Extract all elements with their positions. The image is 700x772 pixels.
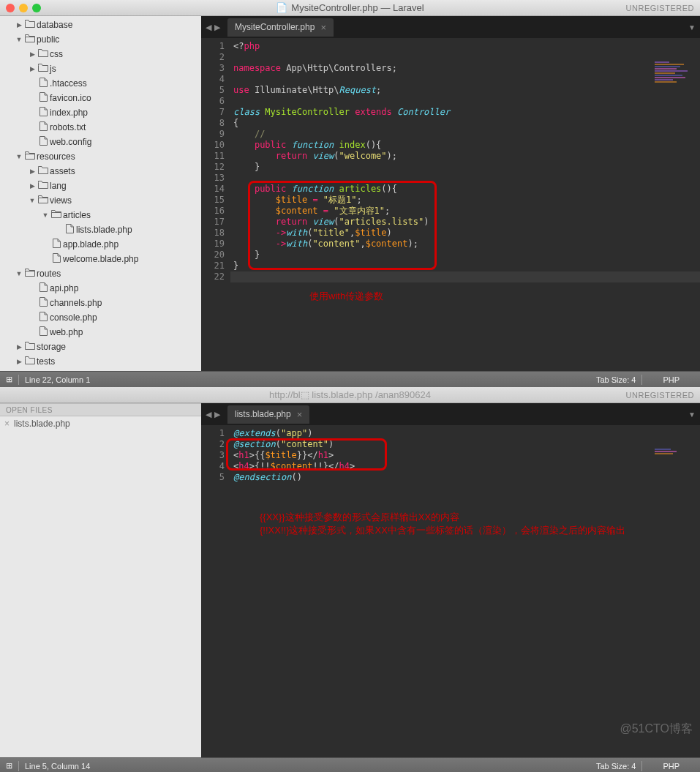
tree-item-routes[interactable]: ▼routes <box>0 266 201 281</box>
code-line[interactable]: public function articles(){ <box>230 184 700 195</box>
tree-item-channels-php[interactable]: ▶channels.php <box>0 296 201 310</box>
code-line[interactable] <box>230 96 700 107</box>
disclosure-arrow-icon[interactable]: ▼ <box>15 36 23 43</box>
tab-mysitecontroller[interactable]: MysiteController.php × <box>227 18 334 37</box>
tab-lists-blade[interactable]: lists.blade.php × <box>227 405 309 424</box>
code-line[interactable]: return view("articles.lists") <box>230 217 700 228</box>
code-line[interactable]: @section("content") <box>230 439 700 450</box>
nav-forward-icon[interactable]: ▶ <box>214 410 220 419</box>
nav-back-icon[interactable]: ◀ <box>206 23 211 32</box>
tree-item-css[interactable]: ▶css <box>0 47 201 61</box>
disclosure-arrow-icon[interactable]: ▼ <box>15 270 23 277</box>
disclosure-arrow-icon[interactable]: ▼ <box>41 211 50 219</box>
file-icon <box>63 224 76 236</box>
tree-item-views[interactable]: ▼views <box>0 193 201 208</box>
close-window-icon[interactable] <box>6 4 15 12</box>
tree-item-database[interactable]: ▶database <box>0 18 201 32</box>
code-line[interactable]: // <box>230 129 700 140</box>
window-title: 📄 MysiteController.php — Laravel <box>276 2 424 13</box>
code-area[interactable]: 12345678910111213141516171819202122 <?ph… <box>201 38 700 371</box>
code-line[interactable] <box>230 52 700 63</box>
disclosure-arrow-icon[interactable]: ▶ <box>15 358 23 365</box>
file-icon <box>37 312 50 323</box>
close-icon[interactable]: × <box>297 409 303 420</box>
file-icon <box>50 253 63 265</box>
grid-icon[interactable]: ⊞ <box>6 761 12 771</box>
minimize-window-icon[interactable] <box>19 4 28 12</box>
code-line[interactable] <box>230 74 700 85</box>
sidebar[interactable]: ▶database▼public▶css▶js▶.htaccess▶favico… <box>0 16 201 371</box>
tree-item-articles[interactable]: ▼articles <box>0 208 201 222</box>
code-content-2[interactable]: @extends("app")@section("content")<h1>{{… <box>230 425 700 757</box>
tree-item-welcome-blade-php[interactable]: ▶welcome.blade.php <box>0 252 201 266</box>
tree-item-api-php[interactable]: ▶api.php <box>0 281 201 296</box>
tab-dropdown-icon[interactable]: ▼ <box>688 23 696 31</box>
code-line[interactable] <box>230 173 700 184</box>
code-line[interactable]: use Illuminate\Http\Request; <box>230 85 700 96</box>
tree-item-robots-txt[interactable]: ▶robots.txt <box>0 120 201 135</box>
code-line[interactable]: <h4>{!!$content!!}</h4> <box>230 461 700 472</box>
code-line[interactable]: } <box>230 162 700 173</box>
code-line[interactable]: @extends("app") <box>230 428 700 439</box>
tab-bar-2: ◀ ▶ lists.blade.php × ▼ <box>201 403 700 425</box>
code-line[interactable]: } <box>230 261 700 271</box>
code-line[interactable]: $content = "文章内容1"; <box>230 206 700 217</box>
folder-icon <box>37 64 50 74</box>
tree-item-public[interactable]: ▼public <box>0 32 201 47</box>
tree-item-web-php[interactable]: ▶web.php <box>0 325 201 340</box>
code-line[interactable]: ->with("title",$title) <box>230 228 700 239</box>
code-line[interactable]: ->with("content",$content); <box>230 239 700 250</box>
code-content[interactable]: <?phpnamespace App\Http\Controllers;use … <box>230 38 700 371</box>
close-icon[interactable]: × <box>4 419 10 429</box>
nav-forward-icon[interactable]: ▶ <box>214 23 220 32</box>
disclosure-arrow-icon[interactable]: ▶ <box>28 50 37 58</box>
tree-label: lang <box>50 181 67 191</box>
code-line[interactable]: @endsection() <box>230 472 700 483</box>
tree-item-web-config[interactable]: ▶web.config <box>0 135 201 149</box>
tree-item-lists-blade-php[interactable]: ▶lists.blade.php <box>0 222 201 237</box>
disclosure-arrow-icon[interactable]: ▶ <box>28 168 37 175</box>
code-line[interactable]: <?php <box>230 41 700 52</box>
tree-item-favicon-ico[interactable]: ▶favicon.ico <box>0 91 201 105</box>
tree-item-resources[interactable]: ▼resources <box>0 149 201 164</box>
tree-label: .htaccess <box>50 78 87 89</box>
disclosure-arrow-icon[interactable]: ▶ <box>15 343 23 351</box>
minimap-2[interactable] <box>655 449 699 455</box>
code-line[interactable]: return view("welcome"); <box>230 151 700 162</box>
code-line[interactable]: class MysiteController extends Controlle… <box>230 107 700 118</box>
folder-icon <box>37 181 50 191</box>
tree-item-js[interactable]: ▶js <box>0 61 201 76</box>
code-line[interactable]: } <box>230 250 700 261</box>
syntax-mode[interactable]: PHP <box>648 375 694 384</box>
tree-item-assets[interactable]: ▶assets <box>0 164 201 179</box>
tree-item-tests[interactable]: ▶tests <box>0 354 201 369</box>
minimap[interactable] <box>655 61 699 83</box>
disclosure-arrow-icon[interactable]: ▼ <box>28 197 37 204</box>
tree-item-index-php[interactable]: ▶index.php <box>0 105 201 120</box>
disclosure-arrow-icon[interactable]: ▶ <box>28 65 37 72</box>
syntax-mode-2[interactable]: PHP <box>648 762 694 771</box>
code-line[interactable]: { <box>230 118 700 129</box>
code-area-2[interactable]: 12345 @extends("app")@section("content")… <box>201 425 700 757</box>
disclosure-arrow-icon[interactable]: ▶ <box>15 21 23 29</box>
grid-icon[interactable]: ⊞ <box>6 375 12 384</box>
tab-dropdown-icon[interactable]: ▼ <box>688 411 696 419</box>
tree-item-lang[interactable]: ▶lang <box>0 179 201 193</box>
tree-item-console-php[interactable]: ▶console.php <box>0 310 201 325</box>
tab-size[interactable]: Tab Size: 4 <box>596 375 636 384</box>
disclosure-arrow-icon[interactable]: ▼ <box>15 153 23 160</box>
disclosure-arrow-icon[interactable]: ▶ <box>28 182 37 190</box>
tree-item-app-blade-php[interactable]: ▶app.blade.php <box>0 237 201 252</box>
tree-item-storage[interactable]: ▶storage <box>0 340 201 354</box>
nav-back-icon[interactable]: ◀ <box>206 410 211 419</box>
tree-item--htaccess[interactable]: ▶.htaccess <box>0 76 201 91</box>
tab-size-2[interactable]: Tab Size: 4 <box>596 762 636 771</box>
code-line[interactable]: <h1>{{$title}}</h1> <box>230 450 700 461</box>
code-line[interactable] <box>230 271 700 282</box>
zoom-window-icon[interactable] <box>32 4 41 12</box>
open-file-item[interactable]: × lists.blade.php <box>0 416 201 431</box>
close-icon[interactable]: × <box>320 22 326 33</box>
code-line[interactable]: $title = "标题1"; <box>230 195 700 206</box>
code-line[interactable]: namespace App\Http\Controllers; <box>230 63 700 74</box>
code-line[interactable]: public function index(){ <box>230 140 700 151</box>
